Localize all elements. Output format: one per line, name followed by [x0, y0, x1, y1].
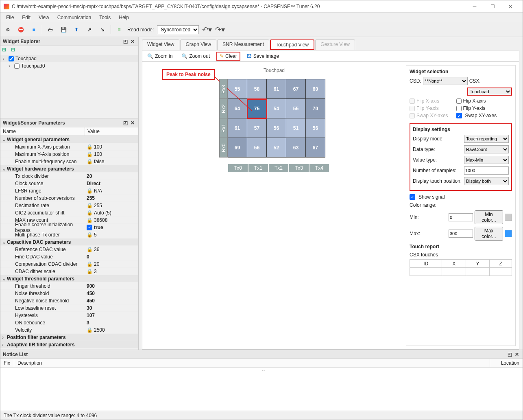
param-row[interactable]: Decimation rate🔒255 [0, 202, 138, 209]
param-row[interactable]: Noise threshold450 [0, 290, 138, 297]
param-row[interactable]: Tx clock divider20 [0, 173, 138, 180]
heat-cell[interactable]: 64 [228, 99, 247, 118]
num-samples-input[interactable] [464, 166, 509, 175]
save-icon[interactable]: 💾 [59, 25, 68, 35]
param-row[interactable]: Multi-phase Tx order🔒5 [0, 231, 138, 238]
param-row[interactable]: LFSR range🔒N/A [0, 187, 138, 195]
param-group[interactable]: ›Adaptive IIR filter parameters [0, 341, 138, 348]
csx-flip-x[interactable]: Flip X-axis [456, 98, 497, 104]
tab-touchpad-view[interactable]: Touchpad View [270, 39, 314, 50]
min-input[interactable] [449, 213, 473, 221]
csx-select[interactable]: Touchpad [467, 88, 512, 96]
param-row[interactable]: Low baseline reset30 [0, 304, 138, 312]
heat-cell[interactable]: 60 [306, 79, 325, 99]
param-row[interactable]: Negative noise threshold450 [0, 297, 138, 304]
show-signal-check[interactable]: ✓Show signal [410, 194, 512, 200]
menu-file[interactable]: File [2, 14, 18, 21]
maximize-button[interactable]: ☐ [484, 1, 501, 12]
heat-cell[interactable]: 61 [267, 79, 286, 99]
max-input[interactable] [449, 230, 473, 238]
heat-cell[interactable]: 58 [247, 79, 267, 99]
undock-icon[interactable]: ◰ [122, 38, 129, 45]
gear-icon[interactable]: ⚙ [3, 25, 13, 35]
heat-cell[interactable]: 51 [286, 118, 306, 138]
heat-cell[interactable]: 56 [306, 118, 325, 138]
heat-cell[interactable]: 55 [286, 99, 306, 118]
param-row[interactable]: Clock sourceDirect [0, 180, 138, 187]
stop-icon[interactable]: ⛔ [16, 25, 26, 35]
csx-flip-y[interactable]: Flip Y-axis [456, 105, 497, 111]
params-body[interactable]: ⌄Widget general parametersMaximum X-Axis… [0, 136, 138, 350]
heat-cell[interactable]: 70 [306, 99, 325, 118]
param-row[interactable]: Number of sub-conversions255 [0, 195, 138, 202]
undock-icon[interactable]: ◰ [506, 351, 513, 358]
param-row[interactable]: Enable multi-frequency scan🔒false [0, 158, 138, 165]
heat-cell[interactable]: 67 [306, 138, 325, 158]
min-color-button[interactable]: Min color... [475, 210, 503, 224]
close-button[interactable]: ✕ [501, 1, 519, 12]
param-row[interactable]: Maximum Y-Axis position🔒100 [0, 151, 138, 158]
param-row[interactable]: Compensation CDAC divider🔒20 [0, 260, 138, 268]
export-up-icon[interactable]: ↗ [85, 25, 94, 35]
clear-button[interactable]: ✎Clear [216, 52, 240, 61]
param-group[interactable]: ⌄Widget hardware parameters [0, 165, 138, 173]
open-icon[interactable]: 🗁 [46, 25, 55, 35]
widget-tree[interactable]: ›Touchpad›Touchpad0 [0, 55, 138, 118]
param-group[interactable]: ⌄Widget threshold parameters [0, 275, 138, 282]
heat-cell[interactable]: 61 [228, 118, 247, 138]
minimize-button[interactable]: ─ [466, 1, 484, 12]
csd-select[interactable]: **None** [423, 77, 468, 85]
param-row[interactable]: Reference CDAC value🔒36 [0, 246, 138, 253]
undo-icon[interactable]: ↶▾ [202, 25, 212, 35]
param-row[interactable]: Fine CDAC value0 [0, 253, 138, 260]
close-panel-icon[interactable]: ✕ [129, 120, 136, 126]
save-image-button[interactable]: 🖫Save image [244, 52, 281, 60]
param-group[interactable]: ›Position filter parameters [0, 334, 138, 341]
notice-body[interactable]: ︿ [0, 368, 523, 411]
param-row[interactable]: Maximum X-Axis position🔒100 [0, 143, 138, 151]
collapse-all-icon[interactable]: ⊟ [11, 47, 18, 54]
menu-communication[interactable]: Communication [53, 14, 95, 21]
param-row[interactable]: ON debounce3 [0, 319, 138, 326]
expand-all-icon[interactable]: ⊞ [2, 47, 9, 54]
list-icon[interactable]: ≡ [114, 25, 124, 35]
zoom-out-button[interactable]: 🔍Zoom out [179, 52, 212, 60]
heat-cell[interactable]: 55 [228, 79, 247, 99]
heat-cell[interactable]: 57 [247, 118, 267, 138]
value-type-select[interactable]: Max-Min [464, 156, 509, 164]
zoom-in-button[interactable]: 🔍Zoom in [145, 52, 175, 60]
connect-icon[interactable]: ■ [29, 25, 39, 35]
close-panel-icon[interactable]: ✕ [514, 351, 520, 358]
tab-gesture-view[interactable]: Gesture View [315, 39, 355, 50]
menu-tools[interactable]: Tools [95, 14, 115, 21]
heat-cell[interactable]: 56 [247, 138, 267, 158]
heat-cell[interactable]: 54 [267, 99, 286, 118]
param-group[interactable]: ⌄Capacitive DAC parameters [0, 238, 138, 246]
close-panel-icon[interactable]: ✕ [129, 38, 136, 45]
heat-cell[interactable]: 52 [267, 138, 286, 158]
tab-graph-view[interactable]: Graph View [180, 39, 216, 50]
redo-icon[interactable]: ↷▾ [215, 25, 225, 35]
csx-swap[interactable]: ✓Swap XY-axes [456, 113, 497, 118]
heat-cell[interactable]: 63 [286, 138, 306, 158]
max-color-button[interactable]: Max color... [475, 227, 503, 241]
display-touch-select[interactable]: Display both [464, 177, 509, 185]
export-down-icon[interactable]: ↘ [98, 25, 107, 35]
param-row[interactable]: Finger threshold900 [0, 282, 138, 290]
param-group[interactable]: ⌄Widget general parameters [0, 136, 138, 143]
import-icon[interactable]: ⬆ [72, 25, 81, 35]
tab-widget-view[interactable]: Widget View [142, 39, 179, 50]
undock-icon[interactable]: ◰ [122, 120, 129, 126]
param-row[interactable]: Enable coarse initialization bypass✓true [0, 224, 138, 231]
read-mode-select[interactable]: Synchronized [157, 25, 199, 34]
heat-cell[interactable]: 69 [228, 138, 247, 158]
tree-item[interactable]: ›Touchpad0 [0, 62, 138, 70]
menu-help[interactable]: Help [115, 14, 133, 21]
tree-item[interactable]: ›Touchpad [0, 55, 138, 62]
param-row[interactable]: CDAC dither scale🔒3 [0, 268, 138, 275]
param-row[interactable]: Velocity🔒2500 [0, 326, 138, 334]
menu-edit[interactable]: Edit [18, 14, 35, 21]
menu-view[interactable]: View [35, 14, 53, 21]
tab-snr[interactable]: SNR Measurement [217, 39, 269, 50]
heat-cell[interactable]: 67 [286, 79, 306, 99]
